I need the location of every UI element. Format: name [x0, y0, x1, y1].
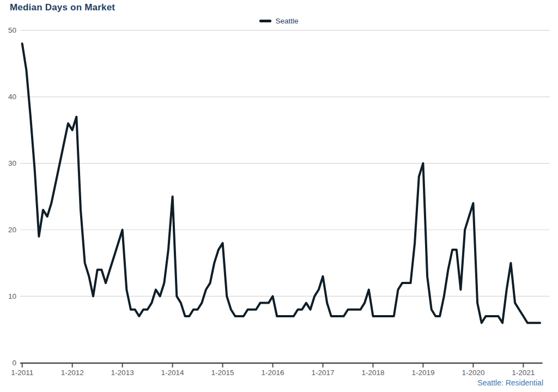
y-axis-label-20: 20 — [8, 226, 16, 234]
y-axis-label-10: 10 — [8, 292, 16, 300]
x-axis-label-1-2016: 1-2016 — [262, 369, 284, 377]
y-axis-label-30: 30 — [8, 159, 16, 167]
x-axis-label-1-2014: 1-2014 — [161, 369, 185, 377]
x-axis-label-1-2020: 1-2020 — [462, 369, 484, 377]
x-axis-label-1-2013: 1-2013 — [111, 369, 134, 377]
x-axis-label-1-2017: 1-2017 — [311, 369, 334, 377]
chart-widget: Median Days on Market Seattle 0102030405… — [0, 0, 558, 392]
series-line-seattle[interactable] — [22, 44, 540, 323]
y-axis-label-0: 0 — [12, 359, 16, 367]
chart-canvas: 010203040501-20111-20121-20131-20141-201… — [0, 0, 558, 392]
footnote-series-descriptor: Seattle: Residential — [477, 378, 543, 387]
y-axis-label-40: 40 — [8, 93, 16, 101]
x-axis-label-1-2011: 1-2011 — [11, 369, 33, 377]
y-axis-label-50: 50 — [8, 26, 16, 34]
x-axis-label-1-2019: 1-2019 — [411, 369, 434, 377]
x-axis-label-1-2018: 1-2018 — [361, 369, 384, 377]
x-axis-label-1-2015: 1-2015 — [211, 369, 234, 377]
x-axis-label-1-2021: 1-2021 — [512, 369, 535, 377]
x-axis-label-1-2012: 1-2012 — [61, 369, 84, 377]
